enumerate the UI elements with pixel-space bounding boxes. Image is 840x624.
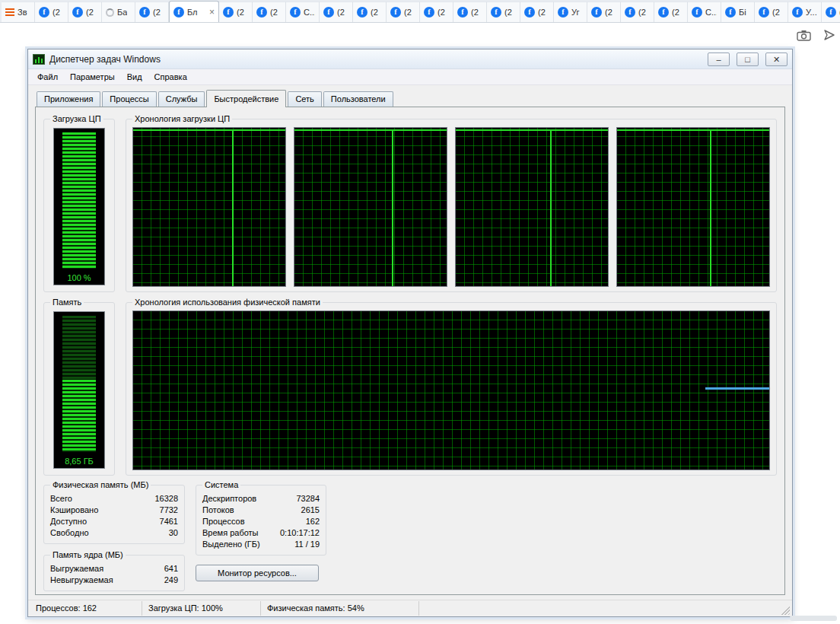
menu-item[interactable]: Параметры (64, 71, 121, 83)
browser-tab[interactable]: f(2 (35, 2, 68, 22)
info-label: Выделено (ГБ) (202, 539, 260, 550)
memory-meter-bright (62, 380, 96, 452)
info-row: Доступно7461 (50, 516, 178, 527)
browser-tab[interactable]: f(2 (253, 2, 286, 22)
info-row: Свободно30 (50, 527, 178, 539)
task-manager-window: Диспетчер задач Windows – □ ✕ ФайлПараме… (27, 49, 793, 617)
browser-tab[interactable]: Зв (2, 2, 35, 22)
info-row: Выделено (ГБ)11 / 19 (202, 539, 320, 550)
browser-tab[interactable]: f(2 (387, 2, 420, 22)
memory-history-title: Хронология использования физической памя… (132, 298, 323, 307)
browser-tab-label: (2 (504, 8, 512, 17)
taskmgr-tab[interactable]: Процессы (102, 91, 156, 107)
browser-tab[interactable]: f(2 (520, 2, 554, 22)
browser-tab-label: (2 (52, 8, 60, 17)
browser-tab[interactable]: fУг (554, 2, 587, 22)
taskmgr-tab[interactable]: Приложения (37, 91, 100, 107)
kernel-memory-rows: Выгружаемая641Невыгружаемая249 (50, 563, 178, 586)
menu-item[interactable]: Вид (121, 71, 148, 83)
cpu-meter-group: Загрузка ЦП 100 % (43, 114, 115, 292)
facebook-icon: f (792, 7, 803, 18)
window-title: Диспетчер задач Windows (49, 54, 701, 65)
facebook-icon: f (759, 7, 769, 18)
browser-tab[interactable]: f(2 (135, 2, 169, 22)
taskmgr-tab[interactable]: Пользователи (323, 91, 393, 107)
taskmgr-tab[interactable]: Сеть (288, 91, 321, 107)
facebook-icon: f (826, 7, 836, 18)
info-label: Выгружаемая (50, 563, 103, 575)
browser-tab[interactable]: f(2 (420, 2, 453, 22)
browser-tab[interactable]: fБі (721, 2, 755, 22)
facebook-icon: f (692, 7, 702, 18)
menu-item[interactable]: Справка (148, 71, 193, 83)
physical-memory-title: Физическая память (МБ) (50, 480, 151, 489)
spinner-icon (106, 8, 114, 17)
browser-tab-label: (2 (772, 8, 780, 17)
browser-tab[interactable]: f(2 (219, 2, 253, 22)
camera-icon[interactable] (797, 30, 811, 41)
facebook-icon: f (256, 7, 267, 18)
close-button[interactable]: ✕ (765, 53, 788, 66)
browser-tab[interactable]: f(2 (487, 2, 520, 22)
cpu-meter-bar (62, 132, 96, 269)
browser-tab[interactable]: fУ... (788, 2, 822, 22)
browser-tab-label: (2 (237, 8, 244, 17)
info-value: 73284 (296, 493, 320, 505)
window-titlebar[interactable]: Диспетчер задач Windows – □ ✕ (28, 49, 792, 69)
browser-tab[interactable]: f(2 (654, 2, 688, 22)
facebook-icon: f (457, 7, 468, 18)
menu-item[interactable]: Файл (31, 71, 64, 83)
browser-tab[interactable]: f(2 (353, 2, 387, 22)
system-title: Система (202, 480, 240, 489)
browser-tab-label: (2 (86, 8, 94, 17)
browser-tab[interactable]: f(2 (320, 2, 353, 22)
resize-grip-icon[interactable] (780, 605, 790, 615)
info-value: 30 (169, 527, 178, 539)
browser-tab-label: (2 (371, 8, 378, 17)
browser-tab[interactable]: f(2 (755, 2, 788, 22)
info-value: 641 (164, 563, 178, 575)
cpu-history-graph (294, 127, 447, 287)
minimize-button[interactable]: – (708, 53, 730, 66)
browser-tab-label: (2 (605, 8, 612, 17)
cpu-usage-line (456, 129, 608, 131)
maximize-button[interactable]: □ (737, 53, 759, 66)
browser-tab-label: (2 (337, 8, 345, 17)
send-icon[interactable] (823, 29, 835, 41)
browser-tab-label: Уг (571, 8, 580, 17)
info-label: Невыгружаемая (50, 575, 113, 586)
cpu-meter-value: 100 % (54, 273, 104, 282)
browser-tab[interactable]: fС... (688, 2, 721, 22)
facebook-icon: f (39, 7, 49, 18)
cpu-history-graphs (132, 127, 770, 287)
browser-tab[interactable]: f(2 (621, 2, 654, 22)
facebook-icon: f (390, 7, 401, 18)
browser-tab[interactable]: fС... (286, 2, 320, 22)
browser-tab-label: (2 (404, 8, 412, 17)
taskmgr-tab[interactable]: Быстродействие (206, 90, 286, 107)
memory-meter-group: Память 8,65 ГБ (43, 298, 115, 476)
browser-tab-label: Зв (18, 8, 27, 17)
browser-tab[interactable]: f(2 (453, 2, 487, 22)
browser-tab[interactable]: f(2 (68, 2, 102, 22)
tab-close-icon[interactable]: × (209, 8, 215, 17)
info-label: Кэшировано (50, 505, 98, 516)
memory-meter-title: Память (50, 298, 84, 307)
facebook-icon: f (625, 7, 635, 18)
browser-tab[interactable]: Ба (102, 2, 135, 22)
browser-tab-label: Бі (739, 8, 746, 17)
facebook-icon: f (725, 7, 736, 18)
status-filler (419, 601, 791, 616)
system-stats-column: Система Дескрипторов73284Потоков2615Проц… (196, 480, 326, 590)
stats-row: Физическая память (МБ) Всего16328Кэширов… (43, 480, 777, 590)
list-icon (5, 8, 14, 17)
facebook-icon: f (658, 7, 669, 18)
taskmgr-tab[interactable]: Службы (158, 91, 205, 107)
tab-area: ПриложенияПроцессыСлужбыБыстродействиеСе… (28, 85, 792, 600)
horizontal-scrollbar[interactable] (790, 616, 837, 621)
browser-tab[interactable]: f(2 (587, 2, 621, 22)
status-bar: Процессов: 162Загрузка ЦП: 100%Физическа… (28, 600, 792, 616)
browser-tab[interactable]: fБл× (169, 1, 219, 22)
browser-tab[interactable]: f(2 (822, 2, 840, 22)
resource-monitor-button[interactable]: Монитор ресурсов... (196, 565, 319, 581)
